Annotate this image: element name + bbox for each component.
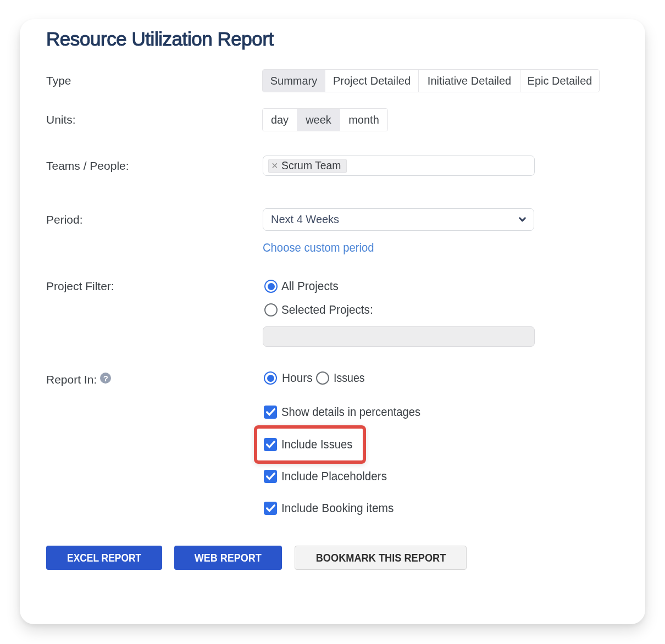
units-option-label-day: day: [271, 114, 289, 126]
teams-row: Teams / People:: [46, 156, 129, 176]
include-issues-checkbox[interactable]: [264, 438, 277, 451]
bookmark-report-label: BOOKMARK THIS REPORT: [315, 552, 446, 564]
include-booking-items-checkbox-row[interactable]: Include Booking items: [264, 501, 400, 515]
period-row: Period:: [46, 208, 83, 231]
selected-projects-label: Selected Projects:: [281, 303, 373, 317]
project-filter-label: Project Filter:: [46, 280, 114, 293]
units-row: Units:: [46, 108, 76, 131]
include-issues-label: Include Issues: [281, 437, 352, 452]
bookmark-report-button[interactable]: BOOKMARK THIS REPORT: [295, 546, 467, 570]
all-projects-radio[interactable]: [264, 280, 278, 293]
type-option-summary[interactable]: Summary: [263, 70, 325, 92]
project-filter-row: Project Filter:: [46, 279, 114, 293]
type-option-label-summary: Summary: [270, 75, 318, 87]
type-option-project-detailed[interactable]: Project Detailed: [325, 70, 418, 92]
selected-projects-radio[interactable]: [264, 303, 278, 317]
type-option-label-project-detailed: Project Detailed: [333, 75, 411, 87]
period-select[interactable]: Next 4 Weeks: [263, 208, 534, 231]
show-details-checkbox-row[interactable]: Show details in percentages: [264, 405, 433, 419]
tag-label: Scrum Team: [281, 159, 341, 172]
type-segmented-control: Summary Project Detailed Initiative Deta…: [262, 69, 600, 92]
hours-label: Hours: [282, 371, 313, 385]
excel-report-label: EXCEL REPORT: [67, 552, 141, 564]
all-projects-label: All Projects: [281, 279, 339, 293]
chevron-down-icon: [519, 217, 526, 222]
units-label: Units:: [46, 113, 76, 126]
include-booking-items-label: Include Booking items: [281, 501, 394, 515]
units-option-day[interactable]: day: [263, 109, 297, 131]
include-booking-items-checkbox[interactable]: [264, 502, 277, 515]
report-form-card: Resource Utilization Report Type Summary…: [20, 19, 645, 624]
teams-input[interactable]: × Scrum Team: [263, 156, 535, 176]
issues-label: Issues: [334, 371, 365, 385]
units-option-month[interactable]: month: [340, 109, 387, 131]
report-in-row: Report In: ?: [46, 373, 111, 387]
include-placeholders-checkbox[interactable]: [264, 470, 277, 483]
choose-custom-period-label: Choose custom period: [263, 241, 374, 255]
units-option-week[interactable]: week: [297, 109, 340, 131]
show-details-label: Show details in percentages: [281, 405, 420, 419]
hours-radio[interactable]: [264, 371, 277, 385]
check-icon: [266, 473, 275, 480]
units-segmented-control: day week month: [262, 108, 388, 131]
web-report-label: WEB REPORT: [195, 552, 262, 564]
report-in-label: Report In:: [46, 373, 97, 386]
scrum-team-tag: × Scrum Team: [268, 159, 347, 173]
all-projects-option[interactable]: All Projects: [264, 279, 342, 293]
include-issues-checkbox-row[interactable]: Include Issues: [264, 437, 359, 452]
teams-label: Teams / People:: [46, 159, 129, 173]
check-icon: [266, 504, 275, 512]
period-value: Next 4 Weeks: [271, 213, 339, 226]
choose-custom-period-link[interactable]: Choose custom period: [263, 241, 384, 255]
type-option-label-epic-detailed: Epic Detailed: [528, 75, 592, 87]
include-placeholders-checkbox-row[interactable]: Include Placeholders: [264, 469, 394, 484]
selected-projects-input: [263, 326, 535, 347]
page-title: Resource Utilization Report: [46, 28, 274, 50]
period-label: Period:: [46, 213, 83, 226]
help-icon[interactable]: ?: [100, 373, 111, 384]
remove-tag-icon[interactable]: ×: [271, 159, 278, 172]
type-option-epic-detailed[interactable]: Epic Detailed: [520, 70, 599, 92]
units-option-label-month: month: [348, 114, 379, 126]
units-option-label-week: week: [306, 114, 331, 126]
excel-report-button[interactable]: EXCEL REPORT: [46, 546, 162, 570]
include-placeholders-label: Include Placeholders: [281, 469, 387, 484]
type-option-label-initiative-detailed: Initiative Detailed: [428, 75, 511, 87]
check-icon: [266, 408, 275, 416]
report-in-issues-option[interactable]: Issues: [316, 371, 369, 385]
check-icon: [266, 441, 275, 448]
type-label: Type: [46, 74, 71, 87]
report-in-hours-option[interactable]: Hours: [264, 371, 314, 385]
issues-radio[interactable]: [316, 371, 329, 385]
type-row: Type: [46, 69, 71, 92]
type-option-initiative-detailed[interactable]: Initiative Detailed: [418, 70, 520, 92]
selected-projects-option[interactable]: Selected Projects:: [264, 303, 379, 317]
web-report-button[interactable]: WEB REPORT: [174, 546, 282, 570]
show-details-checkbox[interactable]: [264, 406, 277, 419]
